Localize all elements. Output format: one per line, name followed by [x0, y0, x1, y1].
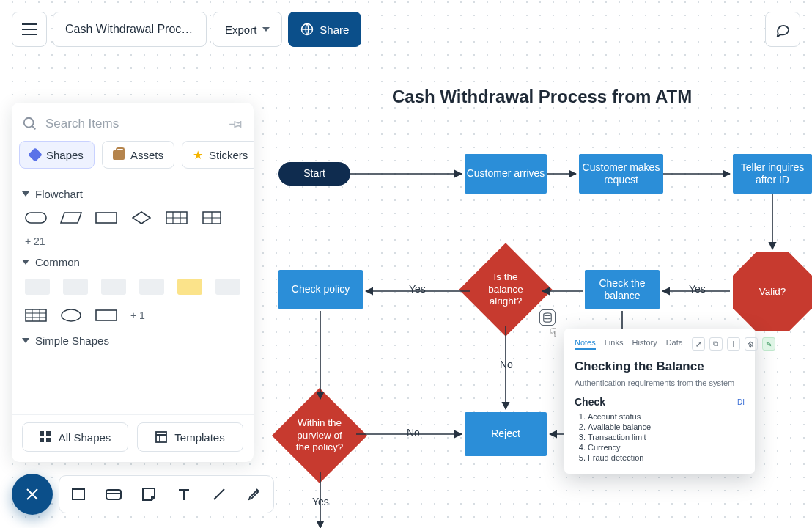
- category-simple[interactable]: Simple Shapes: [22, 334, 243, 347]
- menu-button[interactable]: [12, 12, 47, 47]
- close-icon: [25, 487, 40, 502]
- tool-rect[interactable]: [67, 483, 90, 506]
- comments-button[interactable]: [765, 12, 800, 47]
- shape-parallelogram[interactable]: [60, 210, 82, 225]
- chevron-down-icon: [262, 27, 270, 32]
- list-item: Available balance: [588, 422, 745, 431]
- svg-rect-3: [96, 213, 117, 223]
- chevron-down-icon: [22, 338, 29, 343]
- tool-card[interactable]: [102, 483, 125, 506]
- svg-rect-12: [46, 438, 51, 442]
- tool-line[interactable]: [207, 483, 231, 506]
- search-icon: [22, 116, 38, 132]
- grid-icon: [40, 431, 51, 443]
- globe-icon: [300, 23, 314, 36]
- pop-title: Checking the Balance: [575, 359, 745, 374]
- pop-checklist: Account status Available balance Transac…: [575, 412, 745, 462]
- diamond-icon: [28, 147, 43, 162]
- database-icon[interactable]: [539, 309, 556, 326]
- label-policy-no: No: [407, 427, 420, 439]
- flowchart-more[interactable]: + 21: [25, 235, 240, 247]
- shape-rect2[interactable]: [95, 308, 117, 323]
- export-button[interactable]: Export: [213, 12, 282, 47]
- pop-tab-data[interactable]: Data: [666, 338, 683, 350]
- export-label: Export: [225, 23, 256, 36]
- shape-grid4[interactable]: [201, 210, 223, 225]
- node-start[interactable]: Start: [278, 162, 350, 186]
- tab-stickers[interactable]: ★ Stickers: [182, 141, 254, 169]
- pop-subtitle: Authentication requirements from the sys…: [575, 378, 745, 387]
- diagram-title: Cash Withdrawal Process from ATM: [392, 87, 692, 107]
- shape-common-3[interactable]: [101, 279, 126, 295]
- svg-rect-9: [40, 431, 44, 436]
- node-balance-decision[interactable]: Is the balance alright?: [473, 257, 539, 323]
- shape-toolbar: [59, 475, 274, 513]
- shape-sticky[interactable]: [177, 279, 202, 295]
- category-common[interactable]: Common: [22, 256, 243, 268]
- svg-rect-8: [96, 310, 117, 320]
- tool-text[interactable]: [172, 483, 196, 506]
- shape-rect[interactable]: [95, 210, 117, 225]
- topbar: Cash Withdrawal Proces… Export Share: [12, 12, 800, 47]
- label-balance-no: No: [500, 359, 513, 370]
- shape-table[interactable]: [25, 308, 47, 323]
- pop-expand-icon[interactable]: ⤢: [692, 337, 705, 351]
- pin-icon[interactable]: [229, 117, 243, 131]
- category-flowchart[interactable]: Flowchart: [22, 188, 243, 200]
- tool-highlighter[interactable]: [243, 483, 266, 506]
- node-policy-decision[interactable]: Within the purview of the policy?: [286, 402, 353, 469]
- tool-sticky[interactable]: [137, 483, 160, 506]
- shape-common-2[interactable]: [63, 279, 88, 295]
- node-customer-request[interactable]: Customer makes request: [579, 154, 663, 194]
- all-shapes-button[interactable]: All Shapes: [22, 422, 128, 452]
- chevron-down-icon: [22, 260, 29, 265]
- node-teller-inquires[interactable]: Teller inquires after ID: [733, 154, 812, 194]
- svg-rect-13: [156, 432, 166, 442]
- search-input[interactable]: [45, 117, 221, 131]
- pop-info-icon[interactable]: i: [727, 337, 740, 351]
- shape-common-1[interactable]: [25, 279, 50, 295]
- pop-settings-icon[interactable]: ⚙: [745, 337, 758, 351]
- svg-point-16: [544, 313, 552, 316]
- list-item: Transaction limit: [588, 433, 745, 441]
- node-check-balance[interactable]: Check the balance: [585, 270, 660, 309]
- node-customer-arrives[interactable]: Customer arrives: [465, 154, 547, 194]
- templates-button[interactable]: Templates: [137, 422, 243, 452]
- pop-layout-icon[interactable]: ⧉: [709, 337, 723, 351]
- tab-assets[interactable]: Assets: [102, 141, 174, 169]
- shape-grid3[interactable]: [166, 210, 188, 225]
- share-label: Share: [320, 23, 349, 36]
- star-icon: ★: [193, 148, 203, 162]
- shape-ellipse[interactable]: [60, 308, 82, 323]
- svg-point-7: [62, 309, 81, 321]
- svg-rect-15: [106, 490, 121, 499]
- pointer-cursor: ☟: [550, 326, 557, 340]
- share-button[interactable]: Share: [288, 12, 361, 47]
- pop-marker: DI: [737, 398, 745, 406]
- node-valid-decision[interactable]: Valid?: [733, 252, 812, 331]
- common-more[interactable]: + 1: [130, 309, 145, 321]
- comment-icon: [775, 22, 791, 37]
- pop-tab-notes[interactable]: Notes: [575, 338, 596, 350]
- pop-task-icon[interactable]: ✎: [762, 337, 775, 351]
- shape-common-6[interactable]: [215, 279, 240, 295]
- close-panel-fab[interactable]: [12, 474, 53, 515]
- shape-terminator[interactable]: [25, 210, 47, 225]
- shape-common-4[interactable]: [139, 279, 164, 295]
- tab-shapes[interactable]: Shapes: [19, 141, 95, 169]
- templates-icon: [155, 431, 167, 443]
- shape-diamond[interactable]: [130, 210, 152, 225]
- svg-rect-2: [26, 213, 46, 223]
- pop-tab-history[interactable]: History: [632, 338, 657, 350]
- chevron-down-icon: [22, 191, 29, 197]
- svg-rect-14: [73, 489, 84, 499]
- doc-title-button[interactable]: Cash Withdrawal Proces…: [53, 12, 207, 47]
- menu-icon: [22, 23, 37, 35]
- shapes-panel: Shapes Assets ★ Stickers Flowchart: [12, 103, 254, 462]
- notes-popover[interactable]: Notes Links History Data ⤢ ⧉ i ⚙ ✎ Check…: [564, 329, 755, 474]
- node-check-policy[interactable]: Check policy: [278, 270, 363, 309]
- pop-tab-links[interactable]: Links: [605, 338, 624, 350]
- svg-rect-6: [26, 309, 46, 321]
- label-policy-yes: Yes: [312, 496, 329, 507]
- node-reject[interactable]: Reject: [465, 412, 547, 456]
